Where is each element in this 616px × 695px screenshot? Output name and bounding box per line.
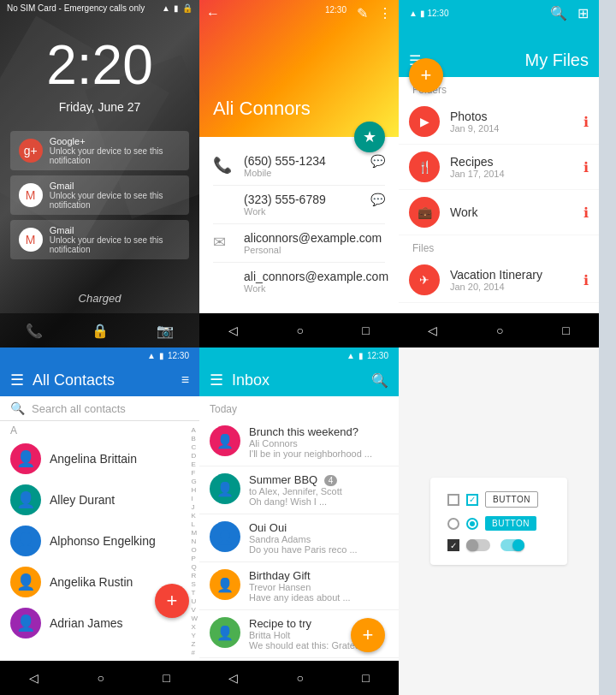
files-grid-icon[interactable]: ⊞ bbox=[578, 5, 589, 21]
gplus-icon: g+ bbox=[19, 139, 43, 163]
adrian-avatar: 👤 bbox=[10, 608, 41, 639]
toggle-track-off bbox=[466, 539, 490, 551]
contact-header-actions: 12:30 ✎ ⋮ bbox=[325, 5, 392, 21]
photos-alert-icon: ℹ bbox=[583, 114, 589, 130]
contact-email-1[interactable]: ✉ aliconnors@example.com Personal bbox=[213, 224, 385, 263]
edit-icon[interactable]: ✎ bbox=[357, 5, 368, 21]
checkbox-unchecked[interactable] bbox=[447, 494, 459, 506]
contacts-time: 12:30 bbox=[168, 351, 189, 360]
radio-checked[interactable] bbox=[466, 518, 478, 530]
contacts-menu-icon[interactable]: ☰ bbox=[10, 371, 24, 389]
files-item-work[interactable]: 💼 Work ℹ bbox=[399, 190, 599, 235]
lock-bottom-lock-icon[interactable]: 🔒 bbox=[92, 323, 109, 339]
lock-charged-label: Charged bbox=[79, 292, 121, 305]
contacts-sort-icon[interactable]: ≡ bbox=[181, 372, 189, 388]
contacts-search-input[interactable]: Search all contacts bbox=[32, 402, 189, 415]
bbq-sender: to Alex, Jennifer, Scott bbox=[249, 486, 388, 496]
files-nav-home[interactable]: ○ bbox=[496, 324, 503, 337]
inbox-item-ouioui[interactable]: 👤 Oui Oui Sandra Adams Do you have Paris… bbox=[199, 514, 399, 562]
files-nav-recents[interactable]: □ bbox=[562, 324, 569, 337]
contact-phone-2[interactable]: (323) 555-6789 Work 💬 bbox=[213, 186, 385, 224]
contacts-nav-back[interactable]: ◁ bbox=[29, 671, 38, 685]
checkbox-checked[interactable]: ✓ bbox=[466, 494, 478, 506]
toggle-on[interactable] bbox=[500, 539, 524, 551]
contact-item-alley[interactable]: 👤 Alley Durant bbox=[0, 479, 199, 520]
inbox-nav-back[interactable]: ◁ bbox=[228, 671, 238, 685]
contacts-title: All Contacts bbox=[33, 371, 173, 389]
notification-gmail-2[interactable]: M Gmail Unlock your device to see this n… bbox=[10, 220, 190, 259]
lock-icon: 🔒 bbox=[182, 3, 192, 13]
inbox-nav-recents[interactable]: □ bbox=[362, 671, 369, 685]
inbox-item-bbq[interactable]: 👤 Summer BBQ 4 to Alex, Jennifer, Scott … bbox=[199, 466, 399, 514]
vacation-info: Vacation Itinerary Jan 20, 2014 bbox=[450, 268, 573, 292]
files-item-recipes[interactable]: 🍴 Recipes Jan 17, 2014 ℹ bbox=[399, 145, 599, 190]
files-item-photos[interactable]: ▶ Photos Jan 9, 2014 ℹ bbox=[399, 99, 599, 145]
toggle-off[interactable] bbox=[466, 539, 490, 551]
gmail-app-label-1: Gmail bbox=[50, 181, 181, 191]
radio-unchecked[interactable] bbox=[447, 518, 459, 530]
contact-item-angelina[interactable]: 👤 Angelina Brittain bbox=[0, 438, 199, 479]
files-fab[interactable]: + bbox=[409, 58, 443, 92]
contacts-bottom-bar: ◁ ○ □ bbox=[0, 661, 199, 695]
checkbox-dark[interactable]: ✓ bbox=[447, 539, 459, 551]
inbox-search-icon[interactable]: 🔍 bbox=[371, 372, 388, 389]
contact-star-fab[interactable]: ★ bbox=[354, 122, 385, 152]
inbox-wifi-icon: ▲ bbox=[346, 351, 355, 360]
inbox-fab[interactable]: + bbox=[351, 618, 385, 652]
contact-screen: ← 12:30 ✎ ⋮ Ali Connors ★ 📞 (650) 555-12… bbox=[199, 0, 399, 348]
recipes-name: Recipes bbox=[450, 155, 573, 169]
back-icon[interactable]: ← bbox=[206, 6, 220, 21]
nav-recents-icon[interactable]: □ bbox=[362, 324, 369, 337]
inbox-nav-home[interactable]: ○ bbox=[297, 671, 304, 685]
phone-icon[interactable]: 📞 bbox=[26, 323, 43, 339]
brunch-preview: I'll be in your neighborhood ... bbox=[249, 448, 388, 459]
email-2-value: ali_connors@example.com bbox=[244, 270, 388, 283]
outline-button[interactable]: BUTTON bbox=[485, 491, 538, 508]
inbox-item-birthday[interactable]: 👤 Birthday Gift Trevor Hansen Have any i… bbox=[199, 562, 399, 610]
photos-folder-icon: ▶ bbox=[409, 106, 440, 137]
contacts-search-icon[interactable]: 🔍 bbox=[10, 401, 25, 415]
phone-1-action-icon[interactable]: 💬 bbox=[370, 154, 385, 168]
contact-body: 📞 (650) 555-1234 Mobile 💬 (323) 555-6789… bbox=[199, 137, 399, 313]
ouioui-content: Oui Oui Sandra Adams Do you have Paris r… bbox=[249, 521, 388, 555]
files-header-actions: 🔍 ⊞ bbox=[550, 5, 589, 21]
contact-header-top: ← 12:30 ✎ ⋮ bbox=[199, 0, 399, 27]
work-name: Work bbox=[450, 205, 573, 219]
notification-gmail-1[interactable]: M Gmail Unlock your device to see this n… bbox=[10, 175, 190, 215]
toggle-thumb-on bbox=[512, 539, 524, 551]
wifi-icon: ▲ bbox=[409, 9, 418, 18]
ouioui-subject: Oui Oui bbox=[249, 521, 388, 534]
filled-button[interactable]: BUTTON bbox=[485, 516, 536, 531]
files-status-time: ▲ ▮ 12:30 bbox=[409, 9, 449, 18]
phone-2-action-icon[interactable]: 💬 bbox=[370, 193, 385, 206]
contacts-nav-home[interactable]: ○ bbox=[98, 671, 104, 685]
contact-email-2[interactable]: ali_connors@example.com Work bbox=[213, 263, 385, 300]
vacation-name: Vacation Itinerary bbox=[450, 268, 573, 282]
adrian-avatar-img: 👤 bbox=[10, 608, 41, 639]
contacts-fab[interactable]: + bbox=[155, 584, 189, 618]
inbox-item-brunch[interactable]: 👤 Brunch this weekend? Ali Connors I'll … bbox=[199, 419, 399, 466]
signal-icon: ▲ bbox=[162, 3, 170, 13]
files-nav-back[interactable]: ◁ bbox=[428, 324, 437, 337]
gmail-text-2: Gmail Unlock your device to see this not… bbox=[50, 225, 181, 254]
contact-phone-1[interactable]: 📞 (650) 555-1234 Mobile 💬 bbox=[213, 147, 385, 186]
inbox-menu-icon[interactable]: ☰ bbox=[210, 371, 223, 389]
phone-row-icon: 📞 bbox=[213, 156, 230, 175]
contact-item-alphonso[interactable]: 👤 Alphonso Engelking bbox=[0, 520, 199, 561]
brunch-content: Brunch this weekend? Ali Connors I'll be… bbox=[249, 425, 388, 459]
gmail-text-1: Gmail Unlock your device to see this not… bbox=[50, 181, 181, 210]
contacts-nav-recents[interactable]: □ bbox=[163, 671, 169, 685]
notification-googleplus[interactable]: g+ Google+ Unlock your device to see thi… bbox=[10, 131, 190, 170]
camera-icon[interactable]: 📷 bbox=[157, 323, 174, 339]
lock-bottom-bar: 📞 🔒 📷 bbox=[0, 313, 199, 348]
contact-bottom-bar: ◁ ○ □ bbox=[199, 313, 399, 348]
nav-home-icon[interactable]: ○ bbox=[297, 324, 304, 337]
files-search-icon[interactable]: 🔍 bbox=[550, 5, 567, 21]
nav-back-icon[interactable]: ◁ bbox=[228, 324, 238, 337]
phone-2-info: (323) 555-6789 Work bbox=[244, 193, 326, 217]
more-icon[interactable]: ⋮ bbox=[378, 5, 392, 21]
files-header-top: ▲ ▮ 12:30 🔍 ⊞ bbox=[409, 0, 589, 21]
files-item-vacation[interactable]: ✈ Vacation Itinerary Jan 20, 2014 ℹ bbox=[399, 258, 599, 303]
battery-icon: ▮ bbox=[174, 3, 179, 13]
brunch-avatar: 👤 bbox=[210, 425, 240, 456]
